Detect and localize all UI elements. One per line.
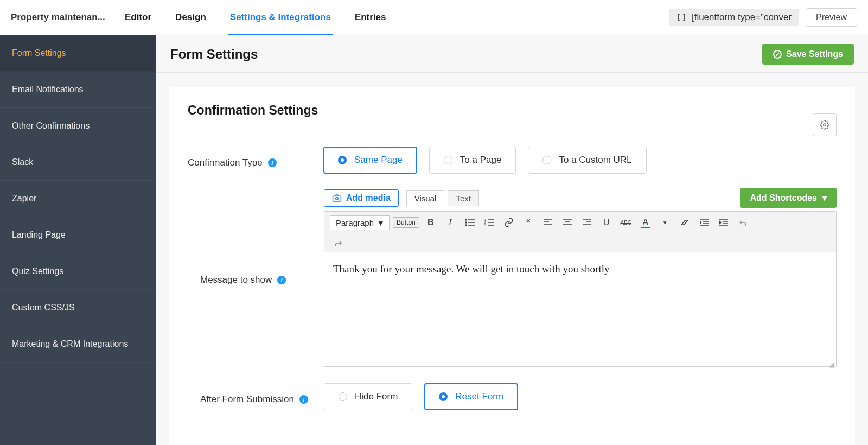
paragraph-format-select[interactable]: Paragraph ▼ [330,215,390,230]
redo-icon [333,239,343,247]
sidebar-item-marketing-crm[interactable]: Marketing & CRM Integrations [0,326,156,363]
italic-button[interactable]: I [442,215,458,230]
chevron-down-icon: ▾ [822,193,827,203]
indent-icon [719,219,728,226]
page-header: Form Settings ✓ Save Settings [156,35,868,73]
eraser-icon [680,219,690,226]
outdent-button[interactable] [696,215,712,230]
after-submission-label: After Form Submission i [200,383,324,410]
info-icon[interactable]: i [299,395,308,404]
sidebar-item-landing-page[interactable]: Landing Page [0,217,156,253]
indent-button[interactable] [716,215,732,230]
align-center-icon [563,219,572,226]
align-right-button[interactable] [579,215,595,230]
info-icon[interactable]: i [277,276,286,284]
after-submission-row: After Form Submission i Hide Form Reset … [188,383,837,410]
paragraph-select-label: Paragraph [336,218,374,227]
add-media-button[interactable]: Add media [324,189,399,207]
tab-design[interactable]: Design [163,0,218,35]
radio-icon [339,392,347,401]
section-settings-button[interactable] [813,113,837,136]
resize-grip-icon[interactable]: ◢ [324,361,836,366]
option-label: Reset Form [455,391,503,402]
sidebar-item-custom-css-js[interactable]: Custom CSS/JS [0,290,156,326]
sidebar-item-slack[interactable]: Slack [0,144,156,181]
outdent-icon [700,219,709,226]
undo-button[interactable] [735,215,751,230]
save-settings-label: Save Settings [786,49,843,59]
tab-editor[interactable]: Editor [113,0,163,35]
radio-icon [439,392,448,401]
tab-settings-integrations[interactable]: Settings & Integrations [218,0,343,35]
sidebar-item-email-notifications[interactable]: Email Notifications [0,72,156,108]
text-color-dropdown[interactable]: ▼ [657,215,673,230]
check-icon: ✓ [773,50,782,59]
add-shortcodes-button[interactable]: Add Shortcodes ▾ [740,188,837,208]
text-color-button[interactable]: A [637,215,654,230]
sidebar-item-other-confirmations[interactable]: Other Confirmations [0,108,156,144]
editor-toolbar: Paragraph ▼ Button B I 123 [324,212,836,252]
shortcode-icon [676,12,686,22]
confirmation-type-same-page[interactable]: Same Page [323,147,417,174]
bold-button[interactable]: B [423,215,439,230]
redo-button[interactable] [330,236,346,251]
numbered-list-button[interactable]: 123 [481,215,497,230]
wysiwyg-editor: Paragraph ▼ Button B I 123 [324,211,837,367]
option-label: To a Page [460,155,502,166]
clear-formatting-button[interactable] [676,215,693,230]
svg-point-2 [336,197,339,200]
confirmation-type-to-page[interactable]: To a Page [429,147,516,174]
radio-icon [338,156,347,164]
insert-button-button[interactable]: Button [393,217,419,228]
bullet-list-button[interactable] [462,215,478,230]
radio-icon [444,156,452,164]
confirmation-type-row: Confirmation Type i Same Page To a Page … [188,147,837,174]
link-icon [504,218,514,227]
align-left-button[interactable] [540,215,556,230]
after-submission-reset-form[interactable]: Reset Form [424,383,518,410]
undo-icon [738,219,748,226]
underline-button[interactable]: U [598,215,615,230]
confirmation-type-custom-url[interactable]: To a Custom URL [528,147,646,174]
add-media-label: Add media [346,193,391,203]
message-label: Message to show i [200,188,324,367]
editor-tab-visual[interactable]: Visual [406,190,445,206]
shortcode-display[interactable]: [fluentform type="conver [669,9,799,26]
preview-button[interactable]: Preview [806,8,857,27]
editor-tab-text[interactable]: Text [448,190,479,206]
tab-entries[interactable]: Entries [343,0,398,35]
camera-icon [332,194,342,202]
sidebar-item-form-settings[interactable]: Form Settings [0,35,156,72]
option-label: Hide Form [355,391,398,402]
form-name: Property maintenan... [11,12,108,23]
section-title: Confirmation Settings [188,103,318,131]
bullet-list-icon [465,219,475,226]
editor-top-controls: Add media Visual Text Add Shortcodes ▾ [324,188,837,208]
message-label-text: Message to show [200,275,272,285]
confirmation-type-options: Same Page To a Page To a Custom URL [323,147,647,174]
save-settings-button[interactable]: ✓ Save Settings [762,44,854,65]
strikethrough-button[interactable]: ABC [618,215,634,230]
link-button[interactable] [501,215,517,230]
svg-point-3 [465,219,467,220]
confirmation-settings-card: Confirmation Settings Confirmation Type … [169,87,855,445]
radio-icon [542,156,551,164]
confirmation-type-label-text: Confirmation Type [188,157,263,168]
main-panel: Form Settings ✓ Save Settings Confirmati… [156,35,868,445]
align-left-icon [544,219,552,226]
after-submission-label-text: After Form Submission [200,394,294,405]
gear-icon [820,120,829,130]
numbered-list-icon: 123 [484,219,494,226]
message-editor-input[interactable]: Thank you for your message. We will get … [324,252,836,361]
confirmation-type-label: Confirmation Type i [188,147,323,174]
after-submission-hide-form[interactable]: Hide Form [324,383,412,410]
info-icon[interactable]: i [268,158,277,167]
top-tabs: Editor Design Settings & Integrations En… [113,0,398,35]
sidebar-item-quiz-settings[interactable]: Quiz Settings [0,253,156,290]
add-shortcodes-label: Add Shortcodes [750,193,817,203]
sidebar-item-zapier[interactable]: Zapier [0,181,156,217]
blockquote-button[interactable]: “ [520,215,537,230]
top-bar: Property maintenan... Editor Design Sett… [0,0,868,35]
align-right-icon [583,219,591,226]
align-center-button[interactable] [559,215,576,230]
